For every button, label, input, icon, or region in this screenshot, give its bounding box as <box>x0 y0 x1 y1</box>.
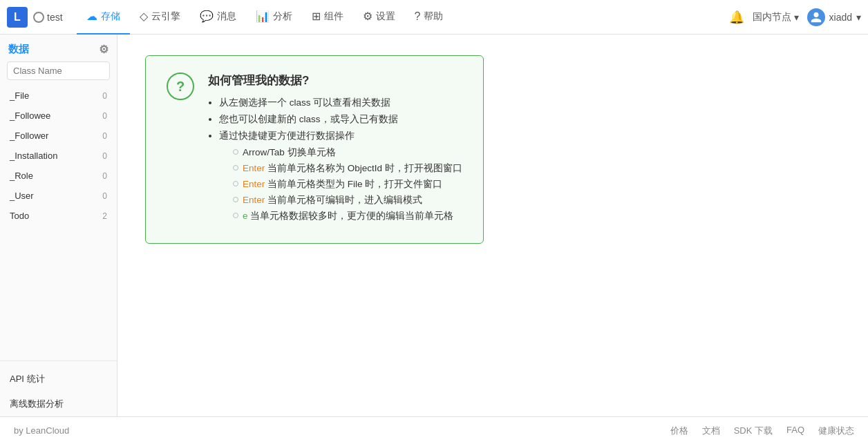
nav-item-cloud-engine[interactable]: ◇ 云引擎 <box>130 0 190 35</box>
footer-link-docs[interactable]: 文档 <box>702 425 720 437</box>
sidebar-item-user-count: 0 <box>102 191 107 201</box>
class-name-search[interactable] <box>7 61 110 80</box>
nav-item-help-label: 帮助 <box>424 10 443 23</box>
footer-link-health[interactable]: 健康状态 <box>818 425 854 437</box>
nav-item-help[interactable]: ? 帮助 <box>405 0 453 35</box>
nav-item-storage[interactable]: ☁ 存储 <box>77 0 130 35</box>
user-name: xiadd <box>829 12 852 23</box>
sidebar-item-followee-label: _Followee <box>10 110 50 121</box>
nav-item-message-label: 消息 <box>217 10 236 23</box>
storage-icon: ☁ <box>86 10 97 23</box>
brand-label: by LeanCloud <box>14 425 69 436</box>
avatar <box>807 8 825 26</box>
settings-icon: ⚙ <box>363 10 372 23</box>
sidebar: 数据 ⚙ _File 0 _Followee 0 _Follower 0 _In… <box>0 35 117 416</box>
user-chevron-icon: ▾ <box>856 12 861 23</box>
nav-item-settings[interactable]: ⚙ 设置 <box>353 0 405 35</box>
sidebar-item-role[interactable]: _Role 0 <box>0 166 117 186</box>
main-content: ? 如何管理我的数据? 从左侧选择一个 class 可以查看相关数据 您也可以创… <box>117 35 868 416</box>
message-icon: 💬 <box>200 10 214 23</box>
region-label: 国内节点 <box>753 11 791 23</box>
info-sub-item-enter-file: Enter 当前单元格类型为 File 时，打开文件窗口 <box>233 178 462 191</box>
sidebar-divider <box>0 360 117 361</box>
sidebar-item-followee-count: 0 <box>102 111 107 121</box>
top-nav: L test ☁ 存储 ◇ 云引擎 💬 消息 📊 分析 ⊞ 组件 ⚙ 设置 <box>0 0 868 35</box>
sub-bullet-icon <box>233 165 238 171</box>
info-bullet-1: 从左侧选择一个 class 可以查看相关数据 <box>219 97 462 109</box>
nav-item-components[interactable]: ⊞ 组件 <box>302 0 353 35</box>
sidebar-item-api-stats[interactable]: API 统计 <box>0 367 117 392</box>
sidebar-item-installation[interactable]: _Installation 0 <box>0 146 117 166</box>
info-sub-item-enter-edit: Enter 当前单元格可编辑时，进入编辑模式 <box>233 194 462 206</box>
help-icon: ? <box>415 10 421 23</box>
sub-bullet-icon <box>233 149 238 155</box>
sidebar-item-follower-label: _Follower <box>10 131 48 141</box>
info-sub-list: Arrow/Tab 切换单元格 Enter 当前单元格名称为 ObjectId … <box>219 146 462 222</box>
nav-item-settings-label: 设置 <box>376 10 395 23</box>
info-bullet-2: 您也可以创建新的 class，或导入已有数据 <box>219 113 462 126</box>
bell-icon[interactable]: 🔔 <box>729 10 744 25</box>
info-sub-item-enter-objectid: Enter 当前单元格名称为 ObjectId 时，打开视图窗口 <box>233 162 462 175</box>
nav-item-storage-label: 存储 <box>101 10 120 23</box>
main-layout: 数据 ⚙ _File 0 _Followee 0 _Follower 0 _In… <box>0 35 868 416</box>
app-icon <box>33 12 44 23</box>
region-selector[interactable]: 国内节点 ▾ <box>753 11 799 23</box>
sidebar-item-file[interactable]: _File 0 <box>0 86 117 106</box>
sidebar-title: 数据 <box>8 43 29 56</box>
question-icon: ? <box>167 73 194 100</box>
footer-links: 价格 文档 SDK 下载 FAQ 健康状态 <box>670 425 854 437</box>
info-sub-item-arrow-tab: Arrow/Tab 切换单元格 <box>233 146 462 159</box>
sub-bullet-icon <box>233 213 238 218</box>
info-list: 从左侧选择一个 class 可以查看相关数据 您也可以创建新的 class，或导… <box>208 97 462 222</box>
sidebar-item-followee[interactable]: _Followee 0 <box>0 106 117 126</box>
sidebar-item-todo-label: Todo <box>10 211 29 221</box>
sidebar-item-follower-count: 0 <box>102 131 107 141</box>
avatar-icon <box>810 11 822 23</box>
sub-bullet-icon <box>233 197 238 202</box>
region-chevron-icon: ▾ <box>794 12 799 23</box>
sidebar-item-offline-analytics[interactable]: 离线数据分析 <box>0 392 117 416</box>
footer-link-sdk[interactable]: SDK 下载 <box>734 425 773 437</box>
nav-items: ☁ 存储 ◇ 云引擎 💬 消息 📊 分析 ⊞ 组件 ⚙ 设置 ? 帮助 <box>77 0 729 35</box>
sidebar-item-file-count: 0 <box>102 91 107 101</box>
footer-link-faq[interactable]: FAQ <box>786 425 804 437</box>
footer: by LeanCloud 价格 文档 SDK 下载 FAQ 健康状态 <box>0 416 868 444</box>
info-title: 如何管理我的数据? <box>208 73 462 88</box>
sidebar-item-user-label: _User <box>10 191 34 201</box>
sub-bullet-icon <box>233 181 238 186</box>
user-menu[interactable]: xiadd ▾ <box>807 8 861 26</box>
info-sub-item-e-key: e 当单元格数据较多时，更方便的编辑当前单元格 <box>233 210 462 222</box>
sidebar-item-todo[interactable]: Todo 2 <box>0 206 117 226</box>
analytics-icon: 📊 <box>256 10 270 23</box>
info-box: ? 如何管理我的数据? 从左侧选择一个 class 可以查看相关数据 您也可以创… <box>145 55 484 244</box>
info-body: 如何管理我的数据? 从左侧选择一个 class 可以查看相关数据 您也可以创建新… <box>208 73 462 226</box>
nav-item-analytics[interactable]: 📊 分析 <box>246 0 302 35</box>
sidebar-item-file-label: _File <box>10 90 29 101</box>
sidebar-item-role-label: _Role <box>10 171 33 181</box>
nav-item-analytics-label: 分析 <box>273 10 292 23</box>
app-name-label: test <box>47 12 63 23</box>
nav-item-components-label: 组件 <box>324 10 343 23</box>
components-icon: ⊞ <box>312 10 321 23</box>
sidebar-item-role-count: 0 <box>102 171 107 181</box>
sidebar-header: 数据 ⚙ <box>0 35 117 61</box>
nav-item-message[interactable]: 💬 消息 <box>190 0 246 35</box>
nav-right: 🔔 国内节点 ▾ xiadd ▾ <box>729 8 861 26</box>
sidebar-item-follower[interactable]: _Follower 0 <box>0 126 117 146</box>
footer-link-price[interactable]: 价格 <box>670 425 688 437</box>
class-list: _File 0 _Followee 0 _Follower 0 _Install… <box>0 86 117 355</box>
cloud-engine-icon: ◇ <box>140 10 148 23</box>
sidebar-item-todo-count: 2 <box>102 211 107 221</box>
logo: L <box>7 7 28 28</box>
sidebar-item-installation-count: 0 <box>102 151 107 161</box>
sidebar-item-user[interactable]: _User 0 <box>0 186 117 206</box>
sidebar-item-installation-label: _Installation <box>10 151 57 161</box>
info-bullet-3: 通过快捷键更方便进行数据操作 Arrow/Tab 切换单元格 Enter 当前单… <box>219 130 462 222</box>
nav-item-cloud-engine-label: 云引擎 <box>151 10 180 23</box>
app-name[interactable]: test <box>33 12 63 23</box>
sidebar-settings-icon[interactable]: ⚙ <box>99 43 108 56</box>
